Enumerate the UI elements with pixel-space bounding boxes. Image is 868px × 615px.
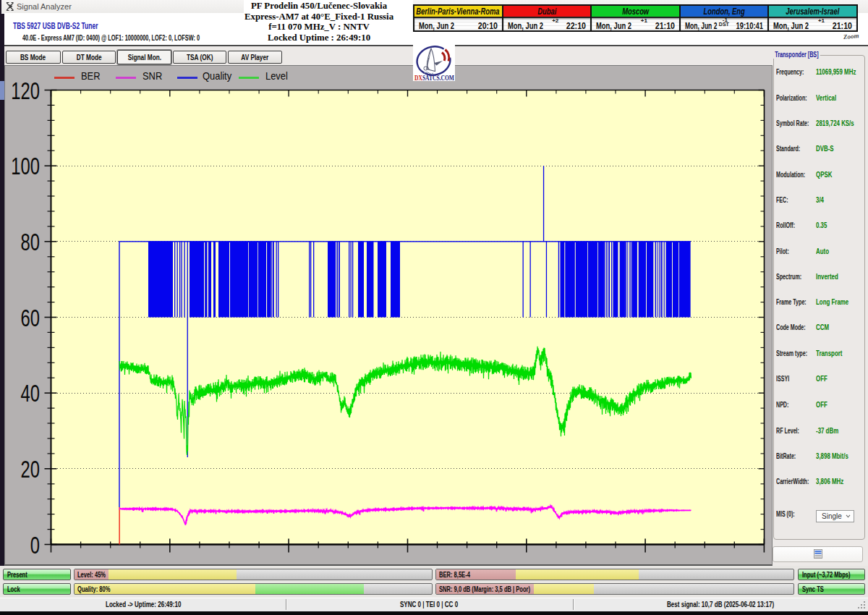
svg-text:DXSATCS.COM: DXSATCS.COM xyxy=(414,75,454,82)
